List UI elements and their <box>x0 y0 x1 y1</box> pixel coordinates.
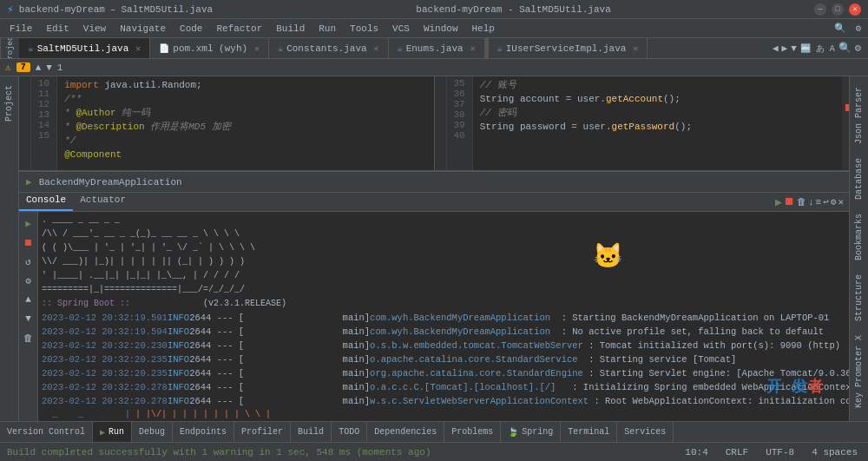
run-settings-icon[interactable]: ⚙ <box>831 196 837 207</box>
tab-iuserservice[interactable]: ☕ IUserServiceImpl.java ✕ <box>489 38 648 58</box>
console-btn-run[interactable]: ▶ <box>21 215 36 231</box>
code-line-r37: // 密码 <box>480 106 835 120</box>
sidebar-bookmarks[interactable]: Bookmarks <box>852 207 865 267</box>
menu-vcs[interactable]: VCS <box>386 22 416 36</box>
settings-gear-icon[interactable]: ⚙ <box>855 42 861 55</box>
run-collapse-icon[interactable]: ≡ <box>816 197 822 207</box>
bottom-tab-spring[interactable]: 🍃 Spring <box>501 422 561 442</box>
run-wrap-icon[interactable]: ↩ <box>823 196 829 207</box>
ascii-line-6: =========|_|==============|___/=/_/_/_/ <box>42 283 845 297</box>
toolbar-icons: 🔤 あ A <box>800 43 835 55</box>
bottom-tab-terminal[interactable]: Terminal <box>561 422 617 442</box>
code-editor-area: 10 11 12 13 14 15 import java.util.Rando… <box>19 76 849 172</box>
nav-forward-icon[interactable]: ▶ <box>782 43 788 54</box>
full-title: backend-myDream - SaltMD5Util.java <box>416 4 610 15</box>
bottom-tab-version-control[interactable]: Version Control <box>0 422 93 442</box>
close-button[interactable]: ✕ <box>849 3 861 16</box>
menu-view[interactable]: View <box>77 22 112 36</box>
ascii-line-1: . ____ _ __ _ _ <box>42 214 845 227</box>
bottom-tab-endpoints[interactable]: Endpoints <box>173 422 234 442</box>
menu-window[interactable]: Window <box>418 22 464 36</box>
menu-build[interactable]: Build <box>270 22 311 36</box>
tab-constants[interactable]: ☕ Constants.java ✕ <box>269 38 388 58</box>
bottom-tab-problems[interactable]: Problems <box>444 422 501 442</box>
bottom-tab-todo[interactable]: TODO <box>332 422 367 442</box>
console-btn-clear[interactable]: 🗑 <box>21 330 36 346</box>
tab-saltmd5util-close[interactable]: ✕ <box>135 43 141 54</box>
run-tab-console[interactable]: Console <box>19 193 73 211</box>
console-output[interactable]: . ____ _ __ _ _ /\\ / ___'_ __ _ _(_)_ _… <box>38 212 849 421</box>
bottom-tab-services[interactable]: Services <box>617 422 674 442</box>
tab-constants-close[interactable]: ✕ <box>374 43 379 54</box>
bottom-tab-build[interactable]: Build <box>291 422 332 442</box>
console-btn-down[interactable]: ▼ <box>21 311 36 326</box>
project-tab-label: Project <box>0 38 19 58</box>
right-gutter <box>435 76 447 170</box>
sidebar-database[interactable]: Database <box>852 151 865 207</box>
run-clear-icon[interactable]: 🗑 <box>797 196 806 207</box>
console-btn-filter[interactable]: ⚙ <box>21 273 36 288</box>
tab-pomxml-close[interactable]: ✕ <box>254 43 260 54</box>
bottom-tab-deps-label: Dependencies <box>374 427 437 437</box>
menu-file[interactable]: File <box>3 22 38 36</box>
menu-navigate[interactable]: Navigate <box>114 22 172 36</box>
console-btn-up[interactable]: ▲ <box>21 292 36 307</box>
warning-count[interactable]: 7 <box>16 63 30 72</box>
sidebar-structure[interactable]: Structure <box>852 267 865 328</box>
sidebar-maven[interactable]: Maven <box>852 415 865 421</box>
bottom-tab-dependencies[interactable]: Dependencies <box>367 422 444 442</box>
cursor-position[interactable]: 10:4 <box>681 447 711 458</box>
toolbar-search-icon[interactable]: 🔍 <box>831 23 850 34</box>
menu-tools[interactable]: Tools <box>344 22 385 36</box>
indent-setting[interactable]: 4 spaces <box>808 447 861 458</box>
bottom-tab-terminal-label: Terminal <box>568 427 609 437</box>
code-line-r35: // 账号 <box>480 78 835 92</box>
ascii-line-2: /\\ / ___'_ __ _ _(_)_ __ __ _ \ \ \ \ <box>42 227 845 241</box>
menu-refactor[interactable]: Refactor <box>210 22 268 36</box>
menu-run[interactable]: Run <box>312 22 342 36</box>
log-line-2: 2023-02-12 20:32:19.594 INFO 2644 --- [ … <box>42 325 845 339</box>
run-close-icon[interactable]: ✕ <box>838 196 844 207</box>
warning-up-icon[interactable]: ▲ <box>36 63 42 73</box>
menu-help[interactable]: Help <box>466 22 501 36</box>
tab-enums-close[interactable]: ✕ <box>470 43 476 54</box>
search-everywhere-icon[interactable]: 🔍 <box>838 42 852 55</box>
line-ending[interactable]: CRLF <box>722 447 752 458</box>
tab-constants-icon: ☕ <box>278 43 283 54</box>
file-charset[interactable]: UTF-8 <box>762 447 798 458</box>
tab-iuserservice-icon: ☕ <box>497 43 503 54</box>
tab-saltmd5util[interactable]: ☕ SaltMD5Util.java ✕ <box>19 38 150 58</box>
console-btn-stop[interactable]: ⏹ <box>21 234 36 250</box>
toolbar-settings-icon[interactable]: ⚙ <box>852 23 865 34</box>
tab-iuserservice-close[interactable]: ✕ <box>633 43 638 54</box>
run-stop-icon[interactable]: ⏹ <box>784 195 795 208</box>
maximize-button[interactable]: □ <box>832 3 844 16</box>
code-content-right[interactable]: // 账号 String account = user.getAccount()… <box>473 76 842 170</box>
line-num-36: 36 <box>454 89 465 99</box>
code-content-left[interactable]: import java.util.Random; /** * @Author 纯… <box>57 76 433 170</box>
run-tab-actuator[interactable]: Actuator <box>73 193 133 211</box>
menu-code[interactable]: Code <box>174 22 208 36</box>
run-rerun-icon[interactable]: ▶ <box>775 195 782 209</box>
title-separator: – <box>110 4 116 15</box>
bottom-tab-debug[interactable]: Debug <box>132 422 173 442</box>
nav-back-icon[interactable]: ◀ <box>773 43 779 54</box>
run-app-name: BackendMyDreamApplication <box>39 177 182 188</box>
minimize-button[interactable]: — <box>814 3 826 16</box>
console-btn-rerun[interactable]: ↺ <box>21 254 36 269</box>
menu-edit[interactable]: Edit <box>40 22 75 36</box>
warning-icon: ⚠ <box>5 62 11 73</box>
sidebar-json-parser[interactable]: Json Parser <box>852 80 865 151</box>
ascii-line-4: \\/ ___)| |_)| | | | | || (_| | ) ) ) ) <box>42 255 845 269</box>
sidebar-key-promoter[interactable]: Key Promoter X <box>852 328 865 415</box>
tab-enums[interactable]: ☕ Enums.java ✕ <box>389 38 485 58</box>
bottom-tab-build-label: Build <box>298 427 324 437</box>
tab-pomxml[interactable]: 📄 pom.xml (wyh) ✕ <box>150 38 269 58</box>
run-scroll-end-icon[interactable]: ↓ <box>808 197 814 207</box>
recent-files-icon[interactable]: ▼ <box>791 43 797 54</box>
bottom-tab-run[interactable]: ▶ Run <box>93 422 132 442</box>
bottom-tab-endpoints-label: Endpoints <box>180 427 227 437</box>
bottom-tab-profiler[interactable]: Profiler <box>234 422 291 442</box>
scrollbar-right[interactable] <box>842 76 849 170</box>
warning-down-icon[interactable]: ▼ <box>46 63 52 73</box>
